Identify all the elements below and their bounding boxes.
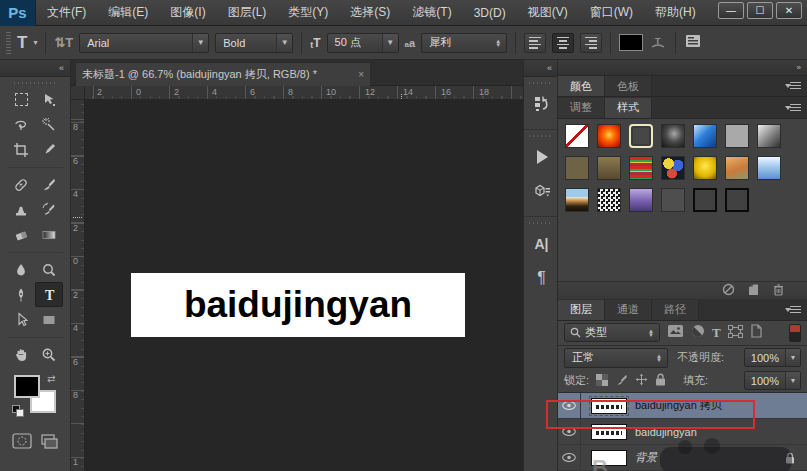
updown-icon[interactable]: ▲▼ xyxy=(490,34,506,52)
eraser-tool[interactable] xyxy=(7,222,35,247)
close-tab-icon[interactable]: × xyxy=(358,69,364,80)
text-color-swatch[interactable] xyxy=(619,34,643,51)
fill-field[interactable]: 100% ▼ xyxy=(744,371,801,390)
style-swatch-yellow-gloss[interactable] xyxy=(693,156,717,180)
filter-smart-object-icon[interactable] xyxy=(750,324,763,342)
style-swatch-lightblue-bevel[interactable] xyxy=(757,156,781,180)
hand-tool[interactable] xyxy=(7,342,35,367)
style-swatch-olive[interactable] xyxy=(565,156,589,180)
tab-swatches[interactable]: 色板 xyxy=(605,76,652,96)
opacity-field[interactable]: 100% ▼ xyxy=(744,348,801,367)
menu-layer[interactable]: 图层(L) xyxy=(217,0,278,26)
filter-image-layers-icon[interactable] xyxy=(667,324,684,342)
style-swatch-blue-gloss[interactable] xyxy=(693,124,717,148)
close-button[interactable]: ✕ xyxy=(776,2,802,19)
type-tool[interactable]: T xyxy=(35,282,63,307)
filter-type-layers-icon[interactable]: T xyxy=(712,325,721,341)
panel-menu-icon[interactable] xyxy=(785,81,801,91)
actions-panel-icon[interactable] xyxy=(524,140,559,174)
style-swatch-orange-gradient[interactable] xyxy=(725,156,749,180)
menu-edit[interactable]: 编辑(E) xyxy=(97,0,159,26)
new-style-icon[interactable] xyxy=(747,282,760,300)
font-family-select[interactable]: Arial ▼ xyxy=(79,33,209,53)
menu-select[interactable]: 选择(S) xyxy=(339,0,401,26)
collapse-tools-icon[interactable]: « xyxy=(0,60,70,77)
move-tool[interactable] xyxy=(35,87,63,112)
path-selection-tool[interactable] xyxy=(7,307,35,332)
panel-menu-icon[interactable] xyxy=(785,103,801,113)
rectangle-shape-tool[interactable] xyxy=(35,307,63,332)
text-layer-band[interactable]: baidujingyan xyxy=(131,273,465,337)
lock-position-icon[interactable] xyxy=(635,372,648,390)
tab-paths[interactable]: 路径 xyxy=(652,300,699,320)
layer-name[interactable]: baidujingyan xyxy=(635,426,697,438)
style-swatch-noise[interactable] xyxy=(597,188,621,212)
maximize-button[interactable]: ☐ xyxy=(747,2,773,19)
blur-tool[interactable] xyxy=(7,257,35,282)
lock-pixels-icon[interactable] xyxy=(615,372,628,390)
character-panel-icon[interactable]: A| xyxy=(524,227,559,261)
spot-healing-brush-tool[interactable] xyxy=(7,172,35,197)
align-right-button[interactable] xyxy=(580,33,602,53)
style-swatch-outline-1[interactable] xyxy=(693,188,717,212)
delete-style-icon[interactable] xyxy=(772,282,785,300)
eyedropper-tool[interactable] xyxy=(35,137,63,162)
filter-adjustment-layers-icon[interactable] xyxy=(691,324,705,342)
horizontal-ruler[interactable]: 2 0 2 4 6 8 10 12 14 16 18 xyxy=(85,86,523,100)
tab-color[interactable]: 颜色 xyxy=(558,76,605,96)
swap-colors-icon[interactable]: ⇄ xyxy=(47,373,55,384)
layer-thumbnail[interactable] xyxy=(591,398,627,414)
ruler-corner[interactable] xyxy=(71,86,85,100)
dock-gripper[interactable] xyxy=(529,219,553,226)
visibility-toggle[interactable] xyxy=(558,419,581,444)
style-swatch-default-none[interactable] xyxy=(565,124,589,148)
layer-name[interactable]: baidujingyan 拷贝 xyxy=(635,398,722,413)
style-swatch-sunset[interactable] xyxy=(565,188,589,212)
rectangular-marquee-tool[interactable] xyxy=(7,87,35,112)
lock-all-icon[interactable] xyxy=(655,372,666,390)
text-orientation-icon[interactable]: ⇅T xyxy=(54,35,73,50)
chevron-down-icon[interactable]: ▼ xyxy=(382,34,398,52)
tool-preset-dropdown-icon[interactable]: ▾ xyxy=(33,38,37,47)
visibility-toggle[interactable] xyxy=(558,445,581,470)
quick-mask-button[interactable] xyxy=(12,433,32,453)
align-left-button[interactable] xyxy=(524,33,546,53)
style-swatch-camo[interactable] xyxy=(661,156,685,180)
pen-tool[interactable] xyxy=(7,282,35,307)
warp-text-icon[interactable]: T xyxy=(649,35,667,51)
3d-panel-icon[interactable] xyxy=(524,174,559,208)
expand-panels-icon[interactable]: » xyxy=(558,60,807,76)
panel-menu-icon[interactable] xyxy=(785,305,801,315)
align-center-button[interactable] xyxy=(552,33,574,53)
style-swatch-outline-2[interactable] xyxy=(725,188,749,212)
default-colors-icon[interactable] xyxy=(12,405,24,417)
dock-gripper[interactable] xyxy=(529,132,553,139)
gradient-tool[interactable] xyxy=(35,222,63,247)
screen-mode-button[interactable] xyxy=(39,433,59,453)
visibility-toggle[interactable] xyxy=(558,393,581,418)
menu-help[interactable]: 帮助(H) xyxy=(644,0,707,26)
layer-thumbnail[interactable] xyxy=(591,424,627,440)
tab-adjustments[interactable]: 调整 xyxy=(558,98,605,118)
menu-view[interactable]: 视图(V) xyxy=(517,0,579,26)
minimize-button[interactable]: — xyxy=(718,2,744,19)
style-swatch-stripes[interactable] xyxy=(629,156,653,180)
canvas[interactable]: baidujingyan xyxy=(85,100,523,471)
layer-filter-toggle[interactable] xyxy=(789,324,801,342)
menu-filter[interactable]: 滤镜(T) xyxy=(401,0,462,26)
style-swatch-red-glow[interactable] xyxy=(597,124,621,148)
brush-tool[interactable] xyxy=(35,172,63,197)
document-tab[interactable]: 未标题-1 @ 66.7% (baidujingyan 拷贝, RGB/8) *… xyxy=(75,62,371,86)
chevron-down-icon[interactable]: ▼ xyxy=(192,34,208,52)
collapse-dock-icon[interactable]: « xyxy=(524,60,557,77)
menu-image[interactable]: 图像(I) xyxy=(159,0,216,26)
chevron-down-icon[interactable]: ▼ xyxy=(785,372,800,389)
blend-mode-select[interactable]: 正常 ▲▼ xyxy=(564,348,668,368)
toggle-panels-icon[interactable] xyxy=(684,33,702,53)
paragraph-panel-icon[interactable]: ¶ xyxy=(524,261,559,295)
filter-shape-layers-icon[interactable] xyxy=(728,324,743,342)
history-brush-tool[interactable] xyxy=(35,197,63,222)
style-swatch-flat-gray[interactable] xyxy=(725,124,749,148)
font-size-select[interactable]: 50 点 ▼ xyxy=(327,33,399,53)
chevron-down-icon[interactable]: ▼ xyxy=(276,34,292,52)
